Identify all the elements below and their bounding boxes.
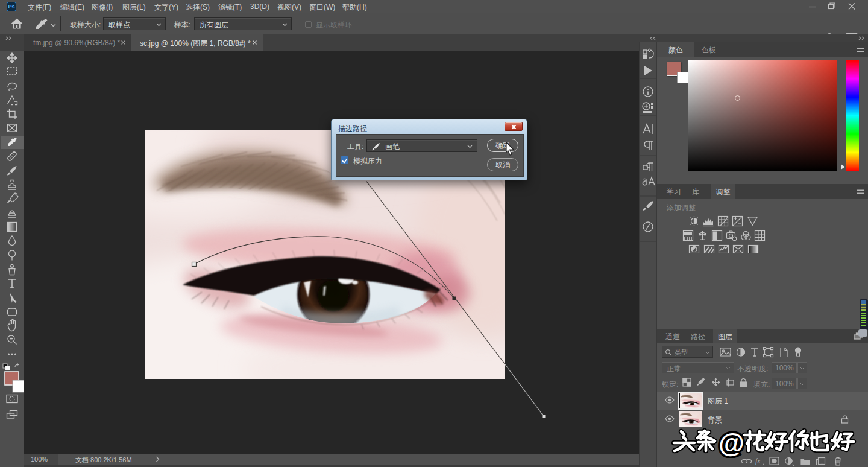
- svg-text:@: @: [719, 428, 744, 458]
- svg-text:fx: fx: [755, 457, 761, 465]
